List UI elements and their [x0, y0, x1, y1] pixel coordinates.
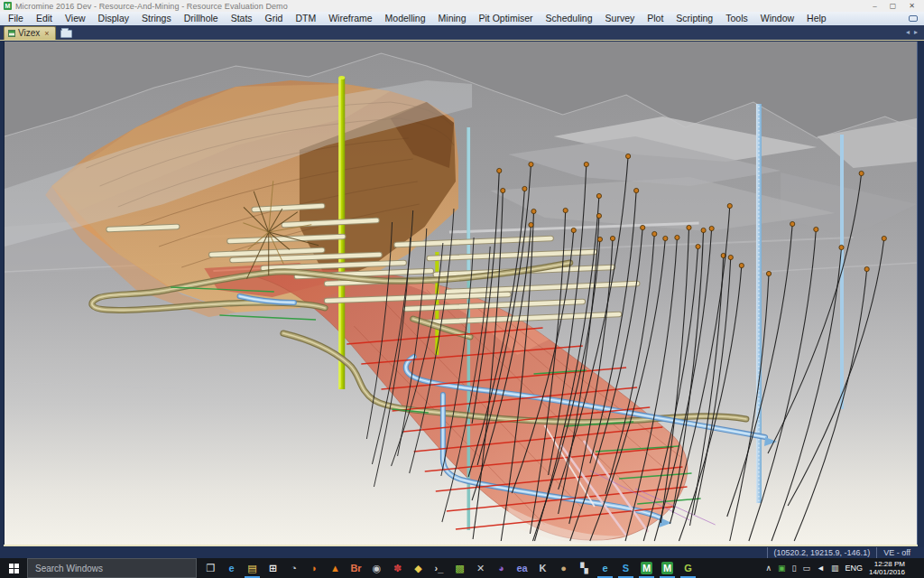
taskbar-app-red-flower-app[interactable]: ✽: [387, 558, 408, 578]
drillhole-collar: [814, 227, 818, 231]
close-button[interactable]: ✕: [909, 0, 915, 12]
drillhole-collar: [597, 237, 602, 241]
taskbar-app-chat-icon[interactable]: ▥: [831, 564, 839, 573]
menu-item[interactable]: Help: [800, 12, 833, 25]
drillhole-collar: [610, 236, 614, 240]
taskbar-app-camera-app[interactable]: ◉: [366, 558, 387, 578]
taskbar-app-file-explorer[interactable]: ▤: [242, 558, 263, 578]
drillhole-collar: [571, 228, 576, 232]
drillhole-collar: [634, 188, 639, 192]
menu-item[interactable]: Pit Optimiser: [473, 12, 540, 25]
menu-item[interactable]: Plot: [641, 12, 670, 25]
taskbar-app-blue-ea-app[interactable]: ea: [512, 558, 532, 578]
tab-vizex[interactable]: Vizex ×: [4, 26, 56, 40]
window-title: Micromine 2016 Dev - Resource-And-Mining…: [15, 2, 288, 11]
drillhole-collar: [766, 271, 771, 275]
date: 14/01/2016: [869, 568, 905, 576]
tab-label: Vizex: [18, 28, 40, 38]
menu-item[interactable]: View: [59, 12, 92, 25]
taskbar-app-task-view[interactable]: ❒: [200, 558, 221, 578]
status-bar: (10520.2, 19215.9, -146.1) VE - off: [0, 547, 924, 558]
tab-close-icon[interactable]: ×: [44, 29, 49, 38]
maximize-button[interactable]: ▢: [890, 0, 897, 12]
minimize-button[interactable]: –: [873, 0, 876, 12]
menu-item[interactable]: File: [2, 12, 30, 25]
taskbar-app-media-app[interactable]: ◔: [283, 558, 304, 578]
taskbar-app-yellow-map-app[interactable]: ◆: [408, 558, 429, 578]
yellow-pole-main: [338, 78, 345, 389]
taskbar-app-green-tray-icon[interactable]: ▣: [778, 564, 786, 573]
drillhole-collar: [652, 231, 657, 236]
menu-item[interactable]: Tools: [719, 12, 754, 25]
taskbar-app-globe-app[interactable]: ●: [553, 558, 574, 578]
search-input[interactable]: Search Windows: [27, 558, 197, 578]
menu-item[interactable]: Edit: [30, 12, 59, 25]
taskbar-app-vlc[interactable]: ▲: [325, 558, 346, 578]
menu-item[interactable]: Modelling: [379, 12, 432, 25]
folder-icon[interactable]: [60, 30, 72, 38]
taskbar-app-skype[interactable]: S: [615, 558, 636, 578]
menu-item[interactable]: Stats: [225, 12, 259, 25]
drillhole-collar: [701, 228, 706, 232]
taskbar-app-command-prompt[interactable]: ›_: [429, 558, 449, 578]
taskbar-app-purple-app[interactable]: ◕: [491, 558, 512, 578]
drillhole-collar: [641, 225, 645, 229]
menu-item[interactable]: Scheduling: [540, 12, 599, 25]
menu-item[interactable]: Survey: [599, 12, 642, 25]
menu-item[interactable]: Grid: [259, 12, 290, 25]
taskbar-app-k-app[interactable]: K: [532, 558, 553, 578]
taskbar-app-x-app[interactable]: ✕: [470, 558, 491, 578]
taskbar-app-tray-chevron[interactable]: ∧: [765, 564, 772, 573]
drillhole-collar: [563, 208, 568, 212]
menu-item[interactable]: Window: [754, 12, 800, 25]
drillhole-collar: [529, 222, 533, 227]
windows-logo-icon: [9, 564, 19, 573]
taskbar-app-green-doc-app[interactable]: ▩: [449, 558, 470, 578]
vizex-viewport: [0, 41, 924, 547]
drillhole-collar: [882, 236, 886, 240]
start-button[interactable]: [0, 558, 27, 578]
taskbar-app-internet-explorer[interactable]: e: [595, 558, 615, 578]
taskbar-app-volume-icon[interactable]: ◄: [817, 564, 825, 573]
tray-icons-wrap: ∧▣▯▭◄▥: [765, 564, 838, 573]
drillhole-collar: [790, 221, 795, 226]
menu-item[interactable]: Mining: [432, 12, 473, 25]
tab-bar: Vizex × ◂ ▸: [0, 25, 924, 41]
taskbar-app-bridge-app[interactable]: Br: [346, 558, 366, 578]
drillhole-collar: [727, 203, 732, 208]
menu-item[interactable]: Wireframe: [322, 12, 378, 25]
taskbar-app-firefox[interactable]: ◗: [304, 558, 325, 578]
tab-scroll-right-icon[interactable]: ▸: [914, 28, 918, 37]
language-indicator[interactable]: ENG: [845, 564, 863, 573]
cursor-coordinates: (10520.2, 19215.9, -146.1): [767, 547, 877, 558]
taskbar-app-phone-icon[interactable]: ▯: [792, 564, 797, 573]
drillhole-collar: [663, 236, 668, 240]
taskbar-app-display-icon[interactable]: ▭: [802, 564, 810, 573]
drillhole-collar: [728, 255, 733, 259]
drillhole-collar: [709, 226, 714, 230]
drillhole-collar: [596, 213, 601, 218]
taskbar-app-checker-app[interactable]: ▚: [574, 558, 595, 578]
menu-items: FileEditViewDisplayStringsDrillholeStats…: [2, 12, 833, 25]
menu-item[interactable]: Drillhole: [178, 12, 225, 25]
menu-item[interactable]: DTM: [289, 12, 322, 25]
menu-item[interactable]: Display: [92, 12, 135, 25]
app-icon: M: [4, 2, 12, 10]
drillhole-collar: [687, 225, 691, 229]
drillhole-collar: [864, 266, 869, 271]
taskbar-app-geobank[interactable]: G: [678, 558, 698, 578]
taskbar-app-micromine-a[interactable]: M: [636, 558, 657, 578]
taskbar-app-edge[interactable]: e: [221, 558, 242, 578]
feedback-icon[interactable]: [909, 15, 918, 22]
drillhole-collar: [584, 162, 588, 166]
time: 12:28 PM: [869, 560, 905, 568]
vizex-3d-scene[interactable]: [4, 42, 918, 545]
clock[interactable]: 12:28 PM 14/01/2016: [869, 560, 910, 576]
menu-item[interactable]: Strings: [135, 12, 178, 25]
menu-item[interactable]: Scripting: [670, 12, 719, 25]
drillhole-collar: [859, 171, 864, 175]
taskbar-app-store[interactable]: ⊞: [263, 558, 283, 578]
taskbar-app-micromine-b[interactable]: M: [657, 558, 678, 578]
drillhole-collar: [625, 154, 630, 158]
tab-scroll-left-icon[interactable]: ◂: [906, 28, 910, 37]
